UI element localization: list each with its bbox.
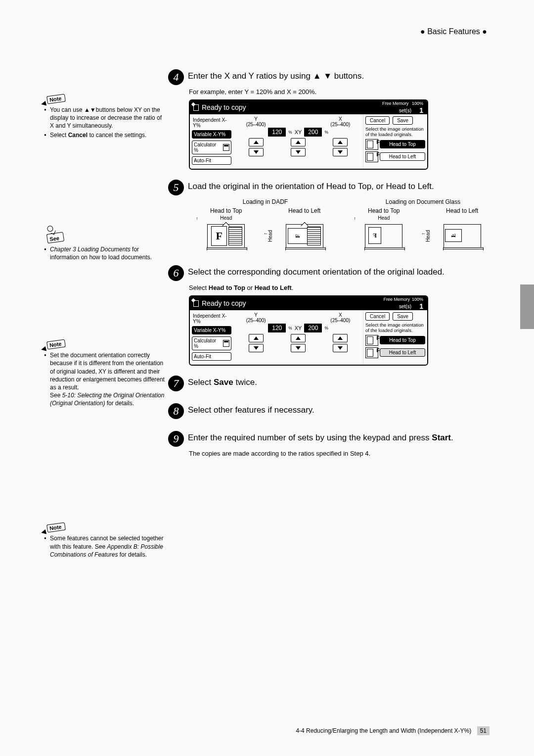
x-up-button[interactable] [333, 334, 348, 342]
header-text: Basic Features [427, 27, 480, 36]
note-item: Some features cannot be selected togethe… [44, 534, 166, 559]
auto-fit-button[interactable]: Auto-Fit [192, 156, 231, 165]
dadf-group: Loading in DADF Head to Top Head ↑ F [189, 198, 342, 251]
variable-xy-button[interactable]: Variable X-Y% [192, 130, 231, 139]
y-label: Y(25–400) [235, 116, 277, 127]
ready-label: Ready to copy [202, 103, 246, 111]
page-number: 51 [477, 726, 490, 735]
text: Calculator % [194, 142, 222, 153]
y-down-button[interactable] [249, 148, 264, 156]
x-up-button[interactable] [333, 138, 348, 146]
head-to-left-button[interactable]: Head to Left [380, 348, 425, 357]
free-memory: Free Memory 100% [382, 101, 423, 106]
step-subtext: Select Head to Top or Head to Left. [189, 284, 499, 291]
text: Cancel [68, 132, 88, 139]
y-down-button[interactable] [249, 344, 264, 352]
panel-title-bar: Ready to copy Free Memory 100% set(s) 1 [190, 100, 427, 114]
see-item: Chapter 3 Loading Documents for informat… [44, 245, 166, 261]
panel-mid-column: Y(25–400) X(25–400) 120 % XY 200 % [233, 310, 363, 365]
mode-label: Independent X-Y% [192, 116, 231, 129]
free-memory: Free Memory100% [383, 297, 423, 302]
sets-num: 1 [419, 302, 423, 310]
diagram: ↑ F [347, 221, 421, 251]
main-steps: 4 Enter the X and Y ratios by using ▲ ▼ … [168, 69, 499, 564]
text: See [50, 392, 62, 399]
triangle-down-icon [296, 150, 301, 154]
triangle-down-icon [254, 150, 259, 154]
header-section: ● Basic Features ● [420, 27, 487, 36]
calc-icon [223, 144, 229, 151]
y-up-button[interactable] [249, 334, 264, 342]
orientation-msg: Select the image orientation of the load… [365, 126, 425, 138]
diagram: Head ← F [267, 221, 342, 251]
head-to-top-button[interactable]: Head to Top [380, 140, 425, 148]
sets-label: set(s) [399, 108, 411, 113]
note-flag-icon: Note [46, 339, 66, 350]
xy-up-button[interactable] [291, 138, 306, 146]
side-tab [520, 284, 534, 329]
head-label: Head [425, 230, 431, 242]
panel-body: Independent X-Y% Variable X-Y% Calculato… [190, 114, 427, 169]
copier-panel: Ready to copy Free Memory 100% set(s) 1 … [189, 99, 428, 170]
auto-fit-button[interactable]: Auto-Fit [192, 352, 231, 361]
x-value: 200 [304, 324, 322, 332]
panel-left-column: Independent X-Y% Variable X-Y% Calculato… [190, 310, 233, 365]
ready-icon [193, 104, 200, 111]
copier-panel: Ready to copy Free Memory100% set(s) 1 I… [189, 295, 428, 366]
calc-icon [223, 340, 229, 347]
y-up-button[interactable] [249, 138, 264, 146]
page-footer: 4-4 Reducing/Enlarging the Length and Wi… [296, 726, 490, 735]
head-label: Head [347, 215, 421, 221]
head-to-left-button[interactable]: Head to Left [380, 152, 425, 161]
title: Loading on Document Glass [347, 198, 499, 205]
x-down-button[interactable] [333, 344, 348, 352]
x-value: 200 [304, 128, 322, 137]
variable-xy-button[interactable]: Variable X-Y% [192, 326, 231, 334]
bullet-icon: ● [420, 27, 425, 36]
note-flag-icon: Note [46, 94, 66, 104]
calculator-button[interactable]: Calculator % [192, 336, 231, 350]
step-text: Select other features if necessary. [188, 403, 314, 416]
save-button[interactable]: Save [393, 116, 413, 125]
head-to-top-icon [365, 335, 378, 346]
xy-down-button[interactable] [291, 148, 306, 156]
cancel-button[interactable]: Cancel [365, 312, 390, 321]
y-value: 120 [268, 128, 286, 137]
link-text: Chapter 3 Loading Documents [50, 246, 131, 253]
diagram: Head ← F [425, 221, 500, 251]
xy-up-button[interactable] [291, 334, 306, 342]
step-number: 7 [168, 376, 184, 391]
text: Set the document orientation correctly b… [50, 352, 165, 391]
head-to-left-icon [365, 347, 378, 358]
text: Free Memory [382, 101, 409, 106]
step-7: 7 Select Save twice. [168, 376, 499, 391]
note-flag-icon: Note [46, 522, 66, 533]
text: for details. [105, 400, 134, 407]
triangle-up-icon [296, 141, 301, 144]
head-to-left-icon [365, 151, 378, 162]
triangle-up-icon [338, 141, 343, 144]
sets-num: 1 [419, 106, 423, 114]
content-columns: Note You can use ▲▼buttons below XY on t… [42, 69, 499, 564]
step-6: 6 Select the corresponding document orie… [168, 265, 499, 281]
cancel-button[interactable]: Cancel [365, 116, 390, 125]
page: ● Basic Features ● Note You can use ▲▼bu… [0, 0, 534, 756]
x-down-button[interactable] [333, 148, 348, 156]
title: Loading in DADF [189, 198, 342, 205]
subtitle: Head to Left [267, 207, 342, 214]
note-item: You can use ▲▼buttons below XY on the di… [44, 106, 166, 130]
note-item: Select Cancel to cancel the settings. [44, 131, 166, 139]
step-number: 4 [168, 69, 184, 85]
step-9: 9 Enter the required number of sets by u… [168, 431, 499, 447]
step-number: 6 [168, 265, 184, 281]
text: 100% [412, 101, 423, 106]
diagram: ↑ F [189, 221, 264, 251]
panel-body: Independent X-Y% Variable X-Y% Calculato… [190, 310, 427, 365]
xy-down-button[interactable] [291, 344, 306, 352]
text: for details. [118, 551, 147, 558]
head-to-top-button[interactable]: Head to Top [380, 336, 425, 344]
step-text: Select the corresponding document orient… [188, 265, 445, 278]
sidebar-notes: Note You can use ▲▼buttons below XY on t… [42, 69, 168, 564]
save-button[interactable]: Save [393, 312, 413, 321]
calculator-button[interactable]: Calculator % [192, 141, 231, 154]
